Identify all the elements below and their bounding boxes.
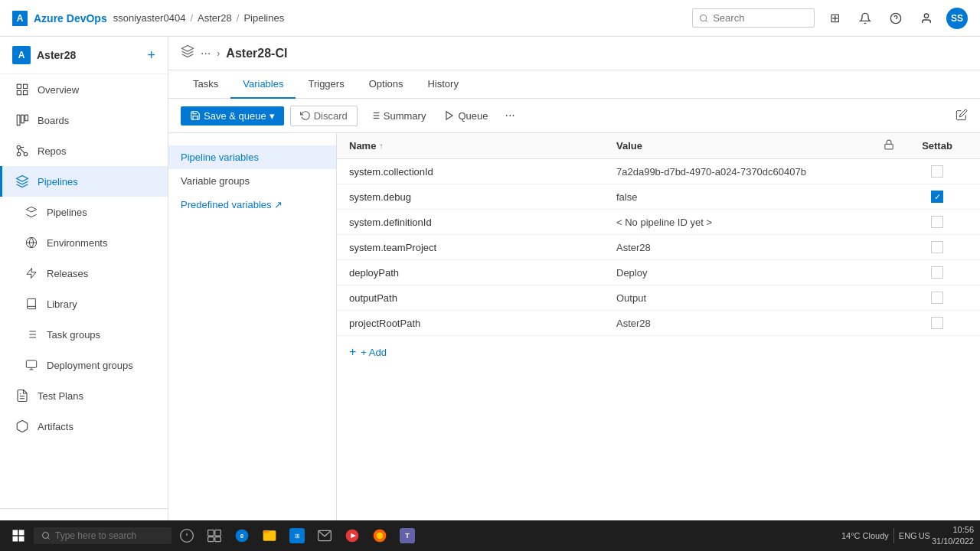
taskbar-systray: 14°C Cloudy ENG US 10:56 31/10/2022 bbox=[841, 524, 974, 548]
taskbar-app-widgets[interactable] bbox=[175, 523, 199, 548]
tab-variables[interactable]: Variables bbox=[230, 70, 296, 99]
panel-item-pipeline-variables[interactable]: Pipeline variables bbox=[168, 145, 336, 169]
sidebar-item-repos[interactable]: Repos bbox=[0, 135, 168, 166]
breadcrumb-project[interactable]: Aster28 bbox=[198, 12, 232, 24]
avatar[interactable]: SS bbox=[946, 8, 968, 29]
var-name: deployPath bbox=[349, 267, 616, 279]
var-value: Aster28 bbox=[616, 242, 884, 253]
save-queue-label: Save & queue bbox=[204, 110, 266, 122]
var-value: Output bbox=[616, 292, 884, 304]
predefined-variables-link[interactable]: Predefined variables ↗ bbox=[168, 193, 336, 217]
search-icon bbox=[699, 13, 708, 24]
search-box[interactable] bbox=[692, 8, 815, 28]
taskbar-app-explorer[interactable] bbox=[257, 523, 282, 548]
var-value: false bbox=[616, 191, 884, 203]
queue-icon bbox=[444, 110, 455, 121]
taskbar-app-edge[interactable]: e bbox=[230, 523, 254, 548]
azure-devops-logo[interactable]: A bbox=[12, 11, 28, 26]
sidebar-header: A Aster28 + bbox=[0, 37, 168, 74]
pipeline-list-icon bbox=[181, 44, 194, 62]
var-name: system.debug bbox=[349, 191, 616, 203]
var-settable[interactable] bbox=[906, 191, 968, 203]
svg-rect-50 bbox=[208, 537, 214, 542]
svg-rect-11 bbox=[17, 115, 20, 126]
tab-history[interactable]: History bbox=[415, 70, 470, 99]
var-settable[interactable] bbox=[906, 241, 968, 253]
tab-triggers[interactable]: Triggers bbox=[296, 70, 356, 99]
discard-icon bbox=[300, 110, 311, 121]
brand-name[interactable]: Azure DevOps bbox=[34, 12, 107, 24]
sidebar-item-deployment-groups[interactable]: Deployment groups bbox=[0, 350, 168, 380]
top-bar: A Azure DevOps ssoniyaster0404 / Aster28… bbox=[0, 0, 980, 37]
svg-rect-41 bbox=[13, 536, 18, 542]
save-queue-button[interactable]: Save & queue ▾ bbox=[181, 106, 284, 126]
taskbar-app-firefox[interactable] bbox=[368, 523, 392, 548]
svg-text:A: A bbox=[17, 13, 24, 24]
table-row: deployPath Deploy bbox=[337, 260, 980, 285]
toolbar-more-button[interactable]: ··· bbox=[500, 105, 519, 126]
breadcrumb-org[interactable]: ssoniyaster0404 bbox=[113, 12, 186, 24]
taskbar-app-taskview[interactable] bbox=[202, 523, 227, 548]
svg-text:e: e bbox=[240, 532, 244, 540]
taskbar-search-box[interactable] bbox=[34, 527, 172, 544]
col-settable-header: Settab bbox=[906, 140, 968, 152]
help-icon[interactable] bbox=[885, 8, 906, 29]
person-icon[interactable] bbox=[916, 8, 937, 29]
taskbar-app-mail[interactable] bbox=[312, 523, 337, 548]
pipeline-chevron-icon: › bbox=[217, 48, 220, 59]
sidebar-item-environments[interactable]: Environments bbox=[0, 227, 168, 258]
deployment-groups-icon bbox=[24, 357, 39, 373]
add-variable-button[interactable]: + + Add bbox=[337, 336, 980, 368]
summary-button[interactable]: Summary bbox=[364, 106, 433, 126]
sidebar-item-library[interactable]: Library bbox=[0, 289, 168, 319]
taskbar-app-media[interactable] bbox=[340, 523, 364, 548]
svg-rect-13 bbox=[25, 115, 28, 121]
sidebar-item-pipelines[interactable]: Pipelines bbox=[0, 166, 168, 197]
taskbar-app-teams[interactable]: T bbox=[395, 523, 420, 548]
bell-icon[interactable] bbox=[854, 8, 876, 29]
edit-icon[interactable] bbox=[956, 109, 968, 123]
sidebar-item-artifacts[interactable]: Artifacts bbox=[0, 411, 168, 442]
sidebar-item-pipelines2[interactable]: Pipelines bbox=[0, 197, 168, 227]
table-row: system.debug false bbox=[337, 184, 980, 210]
tabs-bar: Tasks Variables Triggers Options History bbox=[168, 70, 980, 99]
grid-icon[interactable]: ⊞ bbox=[824, 8, 845, 29]
pipeline-more-button[interactable]: ··· bbox=[201, 47, 211, 60]
svg-line-3 bbox=[705, 20, 707, 21]
var-settable[interactable] bbox=[906, 266, 968, 279]
sidebar-item-task-groups[interactable]: Task groups bbox=[0, 319, 168, 350]
sidebar-item-test-plans[interactable]: Test Plans bbox=[0, 380, 168, 411]
sidebar-item-label: Test Plans bbox=[38, 390, 83, 402]
tab-tasks[interactable]: Tasks bbox=[181, 70, 230, 99]
add-variable-label: + Add bbox=[361, 347, 387, 358]
var-name: system.teamProject bbox=[349, 242, 616, 253]
svg-rect-55 bbox=[263, 530, 270, 533]
start-button[interactable] bbox=[6, 523, 31, 548]
svg-rect-48 bbox=[208, 530, 214, 536]
discard-button[interactable]: Discard bbox=[290, 106, 358, 126]
sidebar-item-overview[interactable]: Overview bbox=[0, 74, 168, 105]
var-settable[interactable] bbox=[906, 165, 968, 178]
var-settable[interactable] bbox=[906, 317, 968, 329]
var-settable[interactable] bbox=[906, 292, 968, 304]
panel-item-variable-groups[interactable]: Variable groups bbox=[168, 169, 336, 193]
var-name: system.definitionId bbox=[349, 217, 616, 228]
search-input[interactable] bbox=[713, 12, 808, 24]
plus-icon: + bbox=[349, 345, 356, 359]
taskbar-time: 10:56 31/10/2022 bbox=[932, 524, 974, 548]
breadcrumb-page[interactable]: Pipelines bbox=[243, 12, 284, 24]
taskbar-app-store[interactable]: ⊞ bbox=[285, 523, 309, 548]
taskbar-search-input[interactable] bbox=[55, 530, 155, 541]
var-settable[interactable] bbox=[906, 216, 968, 228]
add-project-button[interactable]: + bbox=[147, 47, 155, 64]
svg-point-14 bbox=[24, 152, 28, 156]
tab-options[interactable]: Options bbox=[357, 70, 416, 99]
content-area: Pipeline variables Variable groups Prede… bbox=[168, 133, 980, 551]
svg-rect-38 bbox=[885, 144, 893, 148]
taskbar-lang: ENG bbox=[899, 531, 917, 540]
project-icon: A bbox=[12, 46, 31, 64]
sidebar-item-releases[interactable]: Releases bbox=[0, 258, 168, 289]
var-value: 7a2da99b-d7bd-4970-a024-7370dc60407b bbox=[616, 166, 884, 178]
sidebar-item-boards[interactable]: Boards bbox=[0, 105, 168, 135]
queue-button[interactable]: Queue bbox=[438, 106, 494, 126]
